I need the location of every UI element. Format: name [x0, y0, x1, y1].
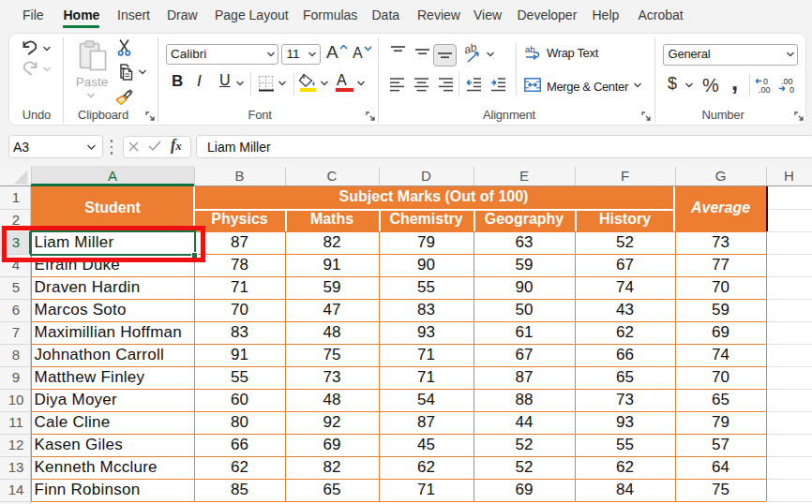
svg-text:ab: ab	[525, 44, 535, 54]
svg-text:0: 0	[789, 85, 794, 95]
svg-text:.00: .00	[759, 85, 771, 95]
